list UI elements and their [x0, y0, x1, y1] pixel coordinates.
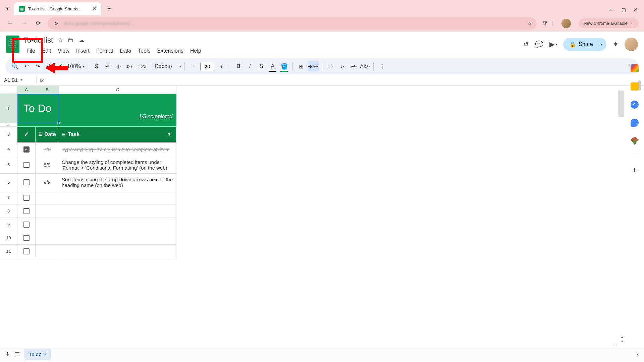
row-header-4[interactable]: 4: [0, 142, 17, 156]
tab-search-dropdown[interactable]: ▾: [3, 4, 12, 13]
calendar-icon[interactable]: [631, 64, 639, 72]
scroll-v-arrows[interactable]: ▴▾: [621, 335, 623, 344]
chevron-down-icon[interactable]: ▾: [179, 65, 181, 68]
back-icon[interactable]: ←: [5, 20, 15, 27]
select-all-corner[interactable]: [0, 86, 17, 94]
bold-icon[interactable]: B: [233, 61, 244, 71]
filter-icon[interactable]: ▼: [167, 132, 171, 137]
tab-close-icon[interactable]: ✕: [93, 6, 97, 11]
fill-color-icon[interactable]: 🪣: [279, 61, 289, 71]
url-field[interactable]: ⚙ docs.google.com/spreadsheets/… ☆: [48, 17, 537, 29]
checkbox-cell[interactable]: [17, 218, 36, 231]
filter-icon[interactable]: ☰: [38, 132, 42, 137]
text-rotation-icon[interactable]: A↻ ▾: [360, 61, 370, 71]
borders-icon[interactable]: ⊞: [296, 61, 306, 71]
add-on-plus-icon[interactable]: +: [632, 165, 637, 175]
all-sheets-icon[interactable]: ☰: [14, 351, 20, 358]
share-button[interactable]: 🔒 Share ▾: [563, 38, 606, 51]
vertical-scrollbar[interactable]: [618, 90, 624, 342]
cell-todo-title[interactable]: To Do: [17, 94, 59, 123]
site-settings-icon[interactable]: ⚙: [52, 19, 60, 27]
name-box[interactable]: A1:B1▾: [0, 77, 33, 83]
cloud-status-icon[interactable]: ☁: [78, 37, 85, 44]
zoom-dropdown[interactable]: 100% ▾: [67, 63, 85, 69]
task-cell[interactable]: Change the styling of completed items un…: [59, 156, 176, 173]
checkbox-cell[interactable]: [17, 174, 36, 191]
add-sheet-icon[interactable]: +: [5, 350, 10, 359]
merge-cells-icon[interactable]: ⇥⇤ ▾: [308, 61, 319, 71]
vertical-align-icon[interactable]: ↓ ▾: [337, 61, 347, 71]
percent-icon[interactable]: %: [103, 61, 113, 71]
row-header-5[interactable]: 5: [0, 156, 17, 174]
maximize-icon[interactable]: ▢: [622, 7, 626, 12]
date-cell[interactable]: 8/9: [36, 156, 59, 173]
sheet-tab-todo[interactable]: To do▾: [24, 349, 51, 360]
filter-icon[interactable]: ☰: [62, 132, 66, 137]
bookmark-star-icon[interactable]: ☆: [527, 20, 532, 26]
row-header-11[interactable]: 11: [0, 245, 17, 258]
header-task[interactable]: ☰Task ▼: [59, 127, 176, 142]
undo-icon[interactable]: ↶: [21, 61, 32, 71]
browser-tab[interactable]: ▦ To-do list - Google Sheets ✕: [14, 2, 101, 15]
menu-data[interactable]: Data: [117, 46, 134, 56]
redo-icon[interactable]: ↷: [33, 61, 43, 71]
decrease-decimal-icon[interactable]: .0←: [114, 61, 124, 71]
row-header-6[interactable]: 6: [0, 174, 17, 191]
star-icon[interactable]: ☆: [58, 37, 63, 44]
horizontal-align-icon[interactable]: ≡ ▾: [326, 61, 336, 71]
menu-view[interactable]: View: [55, 46, 72, 56]
row-header-3[interactable]: 3: [0, 127, 17, 142]
gemini-icon[interactable]: ✦: [612, 40, 619, 49]
checkbox-cell[interactable]: [17, 245, 36, 258]
spreadsheet-grid[interactable]: To Do 1/3 completed ✓ ☰Date ☰Task: [17, 94, 176, 258]
strikethrough-icon[interactable]: S: [256, 61, 266, 71]
checkbox-cell[interactable]: [17, 191, 36, 204]
row-header-8[interactable]: 8: [0, 204, 17, 218]
date-cell[interactable]: 7/9: [36, 143, 59, 156]
extensions-icon[interactable]: ⧩: [543, 20, 547, 27]
font-family-dropdown[interactable]: Roboto: [155, 63, 178, 69]
task-cell[interactable]: Sort items using the drop-down arrows ne…: [59, 174, 176, 191]
menu-format[interactable]: Format: [93, 46, 116, 56]
checkbox-cell[interactable]: [17, 143, 36, 156]
more-toolbar-icon[interactable]: ⋮: [377, 61, 387, 71]
currency-icon[interactable]: $: [92, 61, 102, 71]
column-header-b[interactable]: B: [36, 86, 59, 94]
maps-icon[interactable]: [631, 137, 639, 145]
checkbox-cell[interactable]: [17, 204, 36, 218]
column-header-a[interactable]: A: [17, 86, 36, 94]
date-cell[interactable]: 9/9: [36, 174, 59, 191]
history-icon[interactable]: ↺: [523, 40, 529, 48]
browser-profile-avatar[interactable]: [561, 19, 571, 28]
menu-file[interactable]: File: [23, 46, 38, 56]
row-header-2[interactable]: …: [0, 123, 17, 127]
text-color-icon[interactable]: A: [268, 61, 278, 71]
minimize-icon[interactable]: —: [609, 7, 614, 12]
cell-completed-count[interactable]: 1/3 completed: [59, 94, 176, 123]
increase-decimal-icon[interactable]: .00→: [126, 61, 136, 71]
header-check[interactable]: ✓: [17, 127, 36, 142]
checkbox-cell[interactable]: [17, 156, 36, 173]
sheets-logo-icon[interactable]: [6, 36, 19, 53]
explore-icon[interactable]: ‹: [637, 351, 639, 357]
document-title[interactable]: To-do list: [23, 36, 53, 45]
new-tab-button[interactable]: +: [104, 4, 114, 14]
more-formats-icon[interactable]: 123: [138, 61, 148, 71]
chrome-update-chip[interactable]: New Chrome available ⋮: [579, 18, 639, 28]
row-header-1[interactable]: 1: [0, 94, 17, 123]
search-menus-icon[interactable]: 🔍: [10, 61, 20, 71]
contacts-icon[interactable]: [631, 119, 639, 127]
tasks-icon[interactable]: [631, 101, 639, 109]
menu-insert[interactable]: Insert: [73, 46, 93, 56]
row-header-10[interactable]: 10: [0, 231, 17, 245]
row-header-7[interactable]: 7: [0, 191, 17, 204]
share-dropdown-icon[interactable]: ▾: [597, 43, 602, 46]
menu-help[interactable]: Help: [187, 46, 204, 56]
paint-format-icon[interactable]: 🖌: [56, 61, 66, 71]
menu-edit[interactable]: Edit: [39, 46, 54, 56]
decrease-font-icon[interactable]: −: [188, 61, 198, 71]
account-avatar[interactable]: [625, 38, 638, 51]
header-date[interactable]: ☰Date: [36, 127, 59, 142]
print-icon[interactable]: 🖶: [44, 61, 54, 71]
comments-icon[interactable]: 💬: [535, 40, 543, 48]
